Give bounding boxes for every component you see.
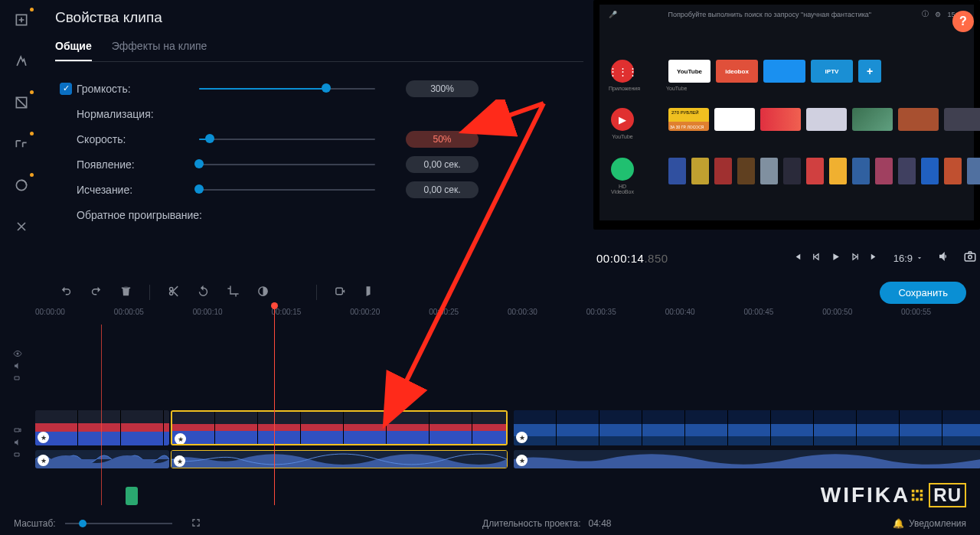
preview-area: ? 🎤 Попробуйте выполнить поиск по запрос…	[593, 0, 980, 276]
more-tools-button[interactable]	[8, 213, 35, 240]
crop-button[interactable]	[227, 285, 240, 301]
zoom-fit-icon[interactable]	[191, 517, 201, 530]
zoom-label: Масштаб:	[14, 518, 56, 529]
fadeout-label: Исчезание:	[77, 184, 199, 196]
watermark-logo: WIFIKA RU	[821, 483, 966, 507]
transitions-button[interactable]	[8, 89, 35, 116]
audio-clip-selected[interactable]: ★	[171, 450, 508, 468]
next-clip-button[interactable]	[868, 251, 880, 266]
ruler-tick: 00:00:50	[822, 308, 901, 325]
secondary-marker[interactable]	[101, 325, 102, 505]
svg-rect-8	[336, 288, 343, 295]
video-track[interactable]: ★ ★ ★	[35, 410, 980, 449]
ruler-tick: 00:00:45	[743, 308, 822, 325]
zoom-slider[interactable]	[65, 523, 172, 524]
volume-icon[interactable]	[937, 250, 951, 266]
volume-checkbox[interactable]: ✓	[60, 83, 72, 95]
next-frame-button[interactable]	[849, 251, 861, 266]
snapshot-icon[interactable]	[963, 250, 977, 266]
tv-search-text: Попробуйте выполнить поиск по запросу "н…	[617, 11, 922, 18]
audio-track[interactable]: ★ ★ ★	[35, 450, 980, 471]
preview-video[interactable]: 🎤 Попробуйте выполнить поиск по запросу …	[593, 0, 980, 230]
video-clip-1[interactable]: ★	[35, 410, 169, 445]
volume-label: Громкость:	[77, 83, 199, 95]
equalizer-button[interactable]	[286, 285, 299, 301]
speed-label: Скорость:	[77, 133, 199, 145]
mic-icon: 🎤	[609, 11, 617, 18]
ruler-tick: 00:00:15	[271, 308, 350, 325]
timeline-toolbar: Сохранить	[0, 277, 980, 308]
bell-icon[interactable]: 🔔	[893, 518, 904, 529]
svg-point-4	[969, 256, 972, 259]
speed-slider[interactable]	[199, 137, 375, 142]
reverse-label: Обратное проигрывание:	[77, 209, 207, 221]
ruler-tick: 00:00:55	[901, 308, 980, 325]
music-clip[interactable]	[126, 487, 138, 505]
svg-rect-13	[916, 490, 920, 493]
normalize-label: Нормализация:	[77, 108, 199, 120]
volume-slider[interactable]	[199, 86, 375, 91]
duration-value: 04:48	[589, 518, 612, 529]
svg-rect-18	[916, 498, 920, 501]
stickers-button[interactable]	[8, 171, 35, 199]
notifications-label[interactable]: Уведомления	[909, 518, 966, 529]
timeline-ruler[interactable]: 00:00:0000:00:0500:00:1000:00:1500:00:20…	[35, 308, 980, 325]
prev-clip-button[interactable]	[792, 251, 803, 266]
fadeout-value[interactable]: 0,00 сек.	[406, 181, 479, 198]
tab-general[interactable]: Общие	[55, 40, 92, 61]
track1-controls[interactable]	[6, 349, 29, 383]
star-icon: ★	[38, 432, 49, 443]
volume-value[interactable]: 300%	[406, 80, 479, 97]
panel-tabs: Общие Эффекты на клипе	[55, 40, 583, 62]
fadein-value[interactable]: 0,00 сек.	[406, 156, 479, 173]
video-clip-selected[interactable]: ★	[171, 410, 508, 445]
panel-title: Свойства клипа	[55, 9, 583, 26]
cut-button[interactable]	[167, 285, 180, 301]
undo-button[interactable]	[60, 285, 73, 301]
redo-button[interactable]	[90, 285, 103, 301]
titles-button[interactable]	[8, 130, 35, 158]
side-toolbar	[0, 0, 43, 276]
ruler-tick: 00:00:40	[665, 308, 744, 325]
preview-timecode: 00:00:14.850	[596, 252, 668, 265]
save-button[interactable]: Сохранить	[880, 282, 966, 304]
add-media-button[interactable]	[8, 6, 35, 34]
svg-rect-16	[920, 494, 923, 497]
ruler-tick: 00:00:30	[508, 308, 586, 325]
prev-frame-button[interactable]	[811, 251, 822, 266]
ruler-tick: 00:00:05	[114, 308, 193, 325]
tab-effects[interactable]: Эффекты на клипе	[112, 40, 207, 61]
video-clip-3[interactable]: ★	[514, 410, 980, 445]
fadein-slider[interactable]	[199, 162, 375, 167]
color-adjust-button[interactable]	[256, 285, 270, 301]
star-icon: ★	[516, 455, 528, 466]
record-button[interactable]	[334, 285, 347, 301]
playhead[interactable]	[274, 305, 275, 505]
aspect-ratio-select[interactable]: 16:9	[893, 253, 923, 264]
fadeout-slider[interactable]	[199, 188, 375, 192]
gear-icon: ⚙	[935, 11, 941, 18]
ruler-tick: 00:00:00	[35, 308, 114, 325]
play-button[interactable]	[830, 251, 841, 266]
marker-button[interactable]	[364, 285, 377, 301]
speed-value[interactable]: 50%	[406, 131, 479, 148]
svg-rect-17	[912, 498, 915, 501]
audio-clip-3[interactable]: ★	[514, 450, 980, 468]
audio-clip-1[interactable]: ★	[35, 450, 169, 468]
fadein-label: Появление:	[77, 158, 199, 171]
rotate-button[interactable]	[197, 285, 210, 301]
delete-button[interactable]	[119, 285, 132, 301]
star-icon: ★	[38, 455, 49, 466]
star-icon: ★	[175, 433, 186, 445]
svg-rect-3	[965, 253, 975, 261]
svg-point-9	[17, 353, 19, 355]
svg-rect-14	[920, 490, 923, 493]
ruler-tick: 00:00:10	[193, 308, 272, 325]
add-track-button[interactable]	[11, 311, 24, 325]
track2-controls[interactable]	[6, 426, 29, 459]
ruler-tick: 00:00:35	[586, 308, 665, 325]
help-button[interactable]: ?	[952, 11, 974, 32]
status-bar: Масштаб: Длительность проекта: 04:48 🔔 У…	[0, 512, 980, 535]
filters-button[interactable]	[8, 47, 35, 75]
star-icon: ★	[174, 455, 185, 467]
